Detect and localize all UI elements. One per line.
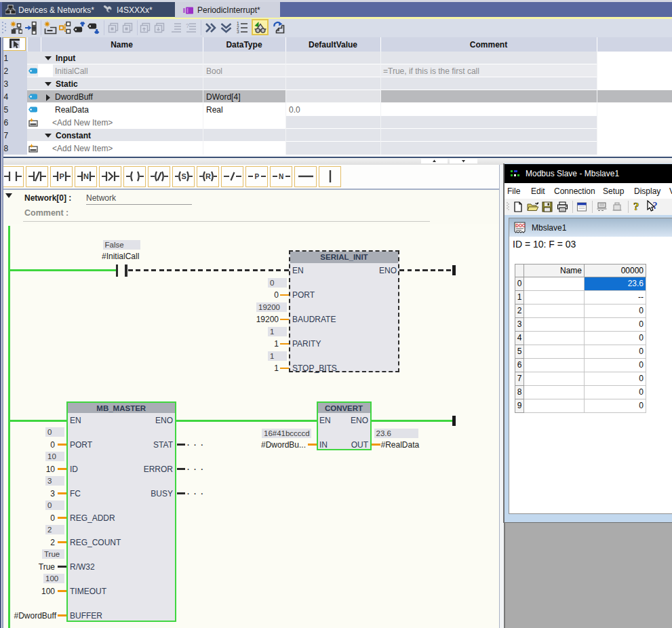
svg-text:3: 3 xyxy=(237,29,239,34)
svg-text:N: N xyxy=(279,173,283,180)
svg-text:DOC: DOC xyxy=(515,223,526,228)
svg-text:N: N xyxy=(83,172,89,180)
svg-text:?: ? xyxy=(186,22,189,29)
svg-text:R: R xyxy=(205,172,211,180)
svg-text:S: S xyxy=(181,172,186,180)
svg-text:?: ? xyxy=(653,201,658,211)
svg-text:P: P xyxy=(254,173,259,180)
svg-text:?: ? xyxy=(633,200,639,213)
svg-text:P: P xyxy=(59,172,64,180)
